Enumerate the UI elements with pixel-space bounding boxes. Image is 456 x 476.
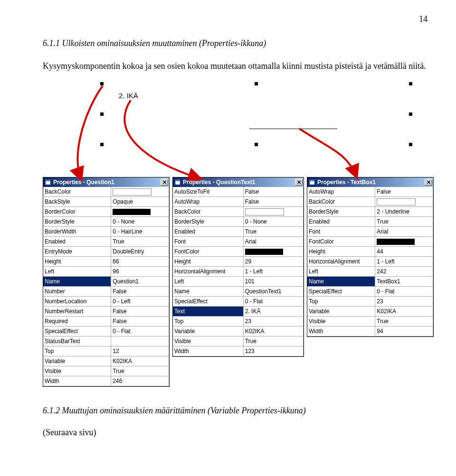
- property-value[interactable]: 2. IKÄ: [243, 307, 303, 317]
- property-value[interactable]: K02IKA: [111, 356, 169, 366]
- property-value[interactable]: 0 - Left: [111, 297, 169, 307]
- property-row[interactable]: NameQuestion1: [43, 277, 169, 287]
- property-name[interactable]: Visible: [173, 336, 243, 346]
- property-value[interactable]: 0 - Flat: [243, 297, 303, 307]
- property-row[interactable]: Top12: [43, 346, 169, 356]
- property-name[interactable]: Left: [307, 267, 375, 277]
- property-value[interactable]: 0 - None: [243, 217, 303, 227]
- property-row[interactable]: SpecialEffect0 - Flat: [173, 297, 304, 307]
- properties-grid[interactable]: AutoWrapFalseBackColorBorderStyle2 - Und…: [307, 187, 433, 336]
- property-name[interactable]: BorderColor: [43, 207, 111, 217]
- property-name[interactable]: Width: [173, 346, 243, 356]
- property-value[interactable]: [111, 207, 169, 217]
- property-name[interactable]: Height: [173, 257, 243, 267]
- property-name[interactable]: BorderStyle: [307, 207, 375, 217]
- property-name[interactable]: BackStyle: [43, 197, 111, 207]
- property-value[interactable]: 66: [111, 257, 169, 267]
- property-value[interactable]: False: [375, 187, 433, 197]
- property-value[interactable]: False: [111, 287, 169, 297]
- property-value[interactable]: 0 - None: [111, 217, 169, 227]
- property-row[interactable]: StatusBarText: [43, 336, 169, 346]
- property-name[interactable]: Variable: [43, 356, 111, 366]
- property-row[interactable]: BorderColor: [43, 207, 169, 217]
- property-name[interactable]: HorizontalAlignment: [173, 267, 243, 277]
- property-row[interactable]: HorizontalAlignment1 - Left: [173, 267, 304, 277]
- property-row[interactable]: Left242: [307, 267, 433, 277]
- property-row[interactable]: NumberLocation0 - Left: [43, 297, 169, 307]
- property-row[interactable]: EnabledTrue: [43, 237, 169, 247]
- property-row[interactable]: Left101: [173, 277, 304, 287]
- property-row[interactable]: AutoWrapFalse: [173, 197, 304, 207]
- property-row[interactable]: Width123: [173, 346, 304, 356]
- property-name[interactable]: Variable: [173, 327, 243, 336]
- property-row[interactable]: EnabledTrue: [173, 227, 304, 237]
- property-name[interactable]: NumberLocation: [43, 297, 111, 307]
- property-value[interactable]: [111, 336, 169, 346]
- property-row[interactable]: Left96: [43, 267, 169, 277]
- question-component[interactable]: [102, 84, 412, 146]
- property-value[interactable]: 94: [375, 327, 433, 336]
- property-row[interactable]: Width94: [307, 327, 433, 336]
- property-name[interactable]: HorizontalAlignment: [307, 257, 375, 267]
- property-name[interactable]: Height: [307, 247, 375, 257]
- property-row[interactable]: VisibleTrue: [173, 336, 304, 346]
- property-value[interactable]: 101: [243, 277, 303, 287]
- property-name[interactable]: FontColor: [307, 237, 375, 247]
- property-row[interactable]: BackColor: [173, 207, 304, 217]
- property-row[interactable]: VisibleTrue: [307, 317, 433, 327]
- property-value[interactable]: 242: [375, 267, 433, 277]
- property-name[interactable]: Font: [307, 227, 375, 237]
- properties-grid[interactable]: BackColorBackStyleOpaqueBorderColorBorde…: [43, 187, 169, 386]
- property-row[interactable]: BackColor: [307, 197, 433, 207]
- property-name[interactable]: Name: [173, 287, 243, 297]
- property-name[interactable]: Enabled: [307, 217, 375, 227]
- property-name[interactable]: EntryMode: [43, 247, 111, 257]
- property-row[interactable]: Height66: [43, 257, 169, 267]
- property-value[interactable]: False: [111, 317, 169, 327]
- property-name[interactable]: Enabled: [173, 227, 243, 237]
- property-row[interactable]: BorderStyle0 - None: [43, 217, 169, 227]
- property-value[interactable]: True: [243, 336, 303, 346]
- property-name[interactable]: Top: [307, 297, 375, 307]
- property-value[interactable]: 23: [375, 297, 433, 307]
- property-name[interactable]: Width: [307, 327, 375, 336]
- resize-handle[interactable]: [409, 112, 412, 116]
- property-row[interactable]: FontArial: [173, 237, 304, 247]
- property-value[interactable]: Arial: [375, 227, 433, 237]
- property-value[interactable]: QuestionText1: [243, 287, 303, 297]
- property-row[interactable]: VariableK02IKA: [307, 307, 433, 317]
- property-row[interactable]: NumberRestartFalse: [43, 307, 169, 317]
- property-name[interactable]: AutoSizeToFit: [173, 187, 243, 197]
- property-name[interactable]: Left: [43, 267, 111, 277]
- property-name[interactable]: StatusBarText: [43, 336, 111, 346]
- property-name[interactable]: Variable: [307, 307, 375, 317]
- property-name[interactable]: BorderStyle: [173, 217, 243, 227]
- property-name[interactable]: SpecialEffect: [307, 287, 375, 297]
- property-name[interactable]: Height: [43, 257, 111, 267]
- property-name[interactable]: SpecialEffect: [173, 297, 243, 307]
- property-value[interactable]: True: [375, 217, 433, 227]
- property-row[interactable]: NameQuestionText1: [173, 287, 304, 297]
- property-value[interactable]: True: [111, 237, 169, 247]
- property-name[interactable]: BorderStyle: [43, 217, 111, 227]
- property-row[interactable]: RequiredFalse: [43, 317, 169, 327]
- property-row[interactable]: FontColor: [173, 247, 304, 257]
- property-row[interactable]: BackColor: [43, 187, 169, 197]
- property-name[interactable]: Font: [173, 237, 243, 247]
- property-row[interactable]: FontArial: [307, 227, 433, 237]
- property-row[interactable]: EntryModeDoubleEntry: [43, 247, 169, 257]
- property-value[interactable]: [375, 197, 433, 207]
- property-row[interactable]: VariableK02IKA: [43, 356, 169, 366]
- property-value[interactable]: Question1: [111, 277, 169, 287]
- property-value[interactable]: DoubleEntry: [111, 247, 169, 257]
- property-name[interactable]: Name: [43, 277, 111, 287]
- property-name[interactable]: Text: [173, 307, 243, 317]
- property-row[interactable]: SpecialEffect0 - Flat: [307, 287, 433, 297]
- resize-handle[interactable]: [100, 112, 104, 116]
- property-value[interactable]: True: [375, 317, 433, 327]
- property-value[interactable]: 44: [375, 247, 433, 257]
- property-name[interactable]: FontColor: [173, 247, 243, 257]
- property-value[interactable]: True: [243, 227, 303, 237]
- property-name[interactable]: BackColor: [173, 207, 243, 217]
- property-value[interactable]: 2 - Underline: [375, 207, 433, 217]
